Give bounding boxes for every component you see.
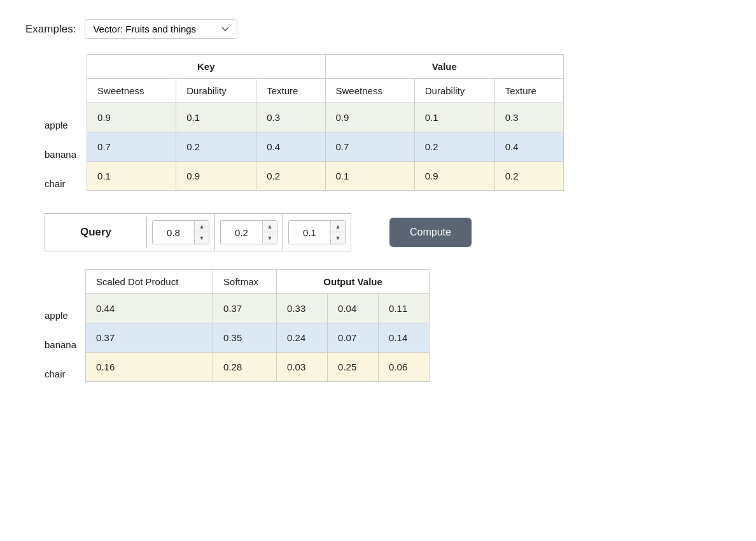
banana-scaled-dot: 0.37 xyxy=(86,323,213,353)
apple-key-texture: 0.3 xyxy=(256,103,325,132)
query-spinner-2[interactable]: 0.2 ▲ ▼ xyxy=(220,220,277,244)
query-spinner-3[interactable]: 0.1 ▲ ▼ xyxy=(288,220,346,244)
examples-row: Examples: Vector: Fruits and things xyxy=(25,19,731,39)
spinner-down-1[interactable]: ▼ xyxy=(195,232,209,244)
query-spinner-1[interactable]: 0.8 ▲ ▼ xyxy=(152,220,209,244)
spinner-up-1[interactable]: ▲ xyxy=(195,221,209,232)
apple-out-1: 0.04 xyxy=(328,294,379,323)
query-label: Query xyxy=(45,217,147,248)
apple-key-sweetness: 0.9 xyxy=(87,103,176,132)
banana-key-texture: 0.4 xyxy=(256,132,325,162)
kv-label-banana: banana xyxy=(45,139,87,169)
results-label-spacer xyxy=(45,269,85,300)
chair-val-sweetness: 0.1 xyxy=(325,162,414,191)
apple-softmax: 0.37 xyxy=(213,294,277,323)
chair-softmax: 0.28 xyxy=(213,353,277,382)
spinner-down-3[interactable]: ▼ xyxy=(331,232,345,244)
chair-key-texture: 0.2 xyxy=(256,162,325,191)
table-row: 0.37 0.35 0.24 0.07 0.14 xyxy=(86,323,430,353)
key-header: Key xyxy=(87,55,325,79)
banana-softmax: 0.35 xyxy=(213,323,277,353)
subheader-val-sweetness: Sweetness xyxy=(325,79,414,103)
banana-key-sweetness: 0.7 xyxy=(87,132,176,162)
subheader-val-texture: Texture xyxy=(494,79,563,103)
results-label-chair: chair xyxy=(45,359,85,388)
query-value-3: 0.1 xyxy=(289,222,330,243)
results-table: Scaled Dot Product Softmax Output Value … xyxy=(85,269,430,382)
results-label-banana: banana xyxy=(45,330,85,359)
kv-section: apple banana chair Key Value Sweetness D… xyxy=(45,54,731,198)
banana-val-sweetness: 0.7 xyxy=(325,132,414,162)
kv-label-apple: apple xyxy=(45,110,87,139)
banana-val-durability: 0.2 xyxy=(414,132,494,162)
query-value-2: 0.2 xyxy=(221,222,262,243)
chair-val-texture: 0.2 xyxy=(494,162,563,191)
apple-val-durability: 0.1 xyxy=(414,103,494,132)
results-label-apple: apple xyxy=(45,300,85,330)
table-row: 0.7 0.2 0.4 0.7 0.2 0.4 xyxy=(87,132,564,162)
chair-key-sweetness: 0.1 xyxy=(87,162,176,191)
table-row: 0.9 0.1 0.3 0.9 0.1 0.3 xyxy=(87,103,564,132)
results-section: apple banana chair Scaled Dot Product So… xyxy=(45,269,731,388)
query-input-cell-2: 0.2 ▲ ▼ xyxy=(215,214,283,251)
query-input-cell-3: 0.1 ▲ ▼ xyxy=(283,214,351,251)
subheader-key-texture: Texture xyxy=(256,79,325,103)
examples-select[interactable]: Vector: Fruits and things xyxy=(85,19,237,39)
table-row: 0.16 0.28 0.03 0.25 0.06 xyxy=(86,353,430,382)
banana-key-durability: 0.2 xyxy=(176,132,256,162)
apple-key-durability: 0.1 xyxy=(176,103,256,132)
query-inputs: 0.8 ▲ ▼ 0.2 ▲ ▼ 0.1 xyxy=(147,214,351,251)
spinner-up-2[interactable]: ▲ xyxy=(263,221,277,232)
results-row-labels: apple banana chair xyxy=(45,269,85,388)
apple-out-0: 0.33 xyxy=(277,294,328,323)
banana-out-1: 0.07 xyxy=(328,323,379,353)
query-input-cell-1: 0.8 ▲ ▼ xyxy=(147,214,215,251)
apple-scaled-dot: 0.44 xyxy=(86,294,213,323)
kv-row-labels: apple banana chair xyxy=(45,54,87,198)
banana-out-2: 0.14 xyxy=(379,323,430,353)
subheader-key-durability: Durability xyxy=(176,79,256,103)
examples-label: Examples: xyxy=(25,23,76,36)
apple-val-sweetness: 0.9 xyxy=(325,103,414,132)
chair-out-1: 0.25 xyxy=(328,353,379,382)
col-scaled-dot-header: Scaled Dot Product xyxy=(86,270,213,294)
kv-table: Key Value Sweetness Durability Texture S… xyxy=(87,54,564,191)
query-section: Query 0.8 ▲ ▼ 0.2 ▲ ▼ xyxy=(45,213,731,251)
apple-val-texture: 0.3 xyxy=(494,103,563,132)
spinner-up-3[interactable]: ▲ xyxy=(331,221,345,232)
apple-out-2: 0.11 xyxy=(379,294,430,323)
chair-val-durability: 0.9 xyxy=(414,162,494,191)
table-row: 0.44 0.37 0.33 0.04 0.11 xyxy=(86,294,430,323)
query-value-1: 0.8 xyxy=(153,222,194,243)
chair-out-2: 0.06 xyxy=(379,353,430,382)
spinner-buttons-1: ▲ ▼ xyxy=(194,221,209,244)
compute-button[interactable]: Compute xyxy=(389,218,472,247)
banana-out-0: 0.24 xyxy=(277,323,328,353)
query-box: Query 0.8 ▲ ▼ 0.2 ▲ ▼ xyxy=(45,213,351,251)
spinner-buttons-2: ▲ ▼ xyxy=(262,221,277,244)
chair-key-durability: 0.9 xyxy=(176,162,256,191)
spinner-down-2[interactable]: ▼ xyxy=(263,232,277,244)
subheader-val-durability: Durability xyxy=(414,79,494,103)
banana-val-texture: 0.4 xyxy=(494,132,563,162)
subheader-key-sweetness: Sweetness xyxy=(87,79,176,103)
chair-scaled-dot: 0.16 xyxy=(86,353,213,382)
col-output-header: Output Value xyxy=(277,270,430,294)
spinner-buttons-3: ▲ ▼ xyxy=(330,221,345,244)
col-softmax-header: Softmax xyxy=(213,270,277,294)
kv-label-chair: chair xyxy=(45,169,87,198)
kv-label-spacer xyxy=(45,54,87,110)
value-header: Value xyxy=(325,55,564,79)
chair-out-0: 0.03 xyxy=(277,353,328,382)
table-row: 0.1 0.9 0.2 0.1 0.9 0.2 xyxy=(87,162,564,191)
